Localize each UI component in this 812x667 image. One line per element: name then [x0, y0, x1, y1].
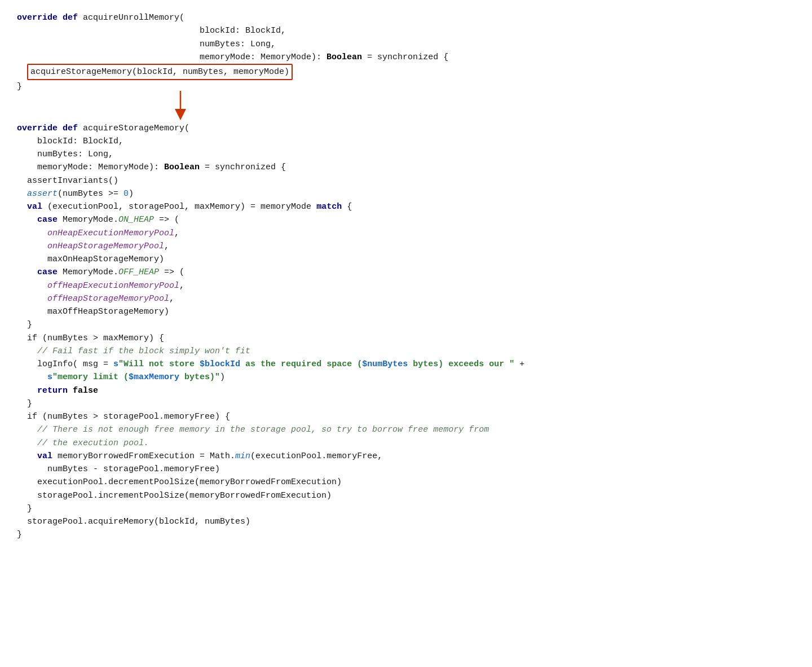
line-case-onheap: case MemoryMode.ON_HEAP => (: [17, 213, 795, 226]
line-if-close-1: }: [17, 397, 795, 410]
line-onheap-max: maxOnHeapStorageMemory): [17, 253, 795, 266]
line-offheap-exec: offHeapExecutionMemoryPool,: [17, 279, 795, 292]
highlighted-call-line: acquireStorageMemory(blockId, numBytes, …: [17, 64, 795, 80]
line-if-close-2: }: [17, 502, 795, 515]
line-return-false: return false: [17, 384, 795, 397]
line-acq-storage-2: blockId: BlockId,: [17, 135, 795, 148]
line-acq-storage-4: memoryMode: MemoryMode): Boolean = synch…: [17, 161, 795, 174]
line-val-borrowed-2: numBytes - storagePool.memoryFree): [17, 463, 795, 476]
line-if-storagefree: if (numBytes > storagePool.memoryFree) {: [17, 410, 795, 423]
line-loginfo-2: s"memory limit ($maxMemory bytes)"): [17, 371, 795, 384]
line-val-borrowed: val memoryBorrowedFromExecution = Math.m…: [17, 450, 795, 463]
line-onheap-storage: onHeapStorageMemoryPool,: [17, 240, 795, 253]
code-block: override def acquireUnrollMemory( blockI…: [17, 11, 795, 542]
line-assert: assert(numBytes >= 0): [17, 187, 795, 200]
line-comment-borrow-1: // There is not enough free memory in th…: [17, 423, 795, 436]
line-acquire-mem: storagePool.acquireMemory(blockId, numBy…: [17, 515, 795, 528]
line-offheap-storage: offHeapStorageMemoryPool,: [17, 292, 795, 305]
line-exec-decrement: executionPool.decrementPoolSize(memoryBo…: [17, 476, 795, 489]
line-4: memoryMode: MemoryMode): Boolean = synch…: [17, 51, 795, 64]
line-1: override def acquireUnrollMemory(: [17, 11, 795, 24]
line-close-1: }: [17, 80, 795, 93]
line-final-close: }: [17, 528, 795, 541]
line-acq-storage-1: override def acquireStorageMemory(: [17, 122, 795, 135]
line-comment-borrow-2: // the execution pool.: [17, 437, 795, 450]
arrow-container: [17, 94, 795, 122]
line-match-close: }: [17, 318, 795, 331]
line-onheap-exec: onHeapExecutionMemoryPool,: [17, 227, 795, 240]
line-if-maxmem: if (numBytes > maxMemory) {: [17, 332, 795, 345]
line-acq-storage-3: numBytes: Long,: [17, 148, 795, 161]
line-loginfo: logInfo( msg = s"Will not store $blockId…: [17, 358, 795, 371]
line-case-offheap: case MemoryMode.OFF_HEAP => (: [17, 266, 795, 279]
highlighted-box: acquireStorageMemory(blockId, numBytes, …: [27, 64, 293, 80]
line-val-match: val (executionPool, storagePool, maxMemo…: [17, 200, 795, 213]
line-3: numBytes: Long,: [17, 38, 795, 51]
line-storage-increment: storagePool.incrementPoolSize(memoryBorr…: [17, 489, 795, 502]
line-comment-fail: // Fail fast if the block simply won't f…: [17, 345, 795, 358]
line-2: blockId: BlockId,: [17, 24, 795, 37]
line-offheap-max: maxOffHeapStorageMemory): [17, 305, 795, 318]
line-assert-inv: assertInvariants(): [17, 174, 795, 187]
svg-marker-1: [175, 109, 186, 120]
down-arrow: [169, 91, 192, 122]
